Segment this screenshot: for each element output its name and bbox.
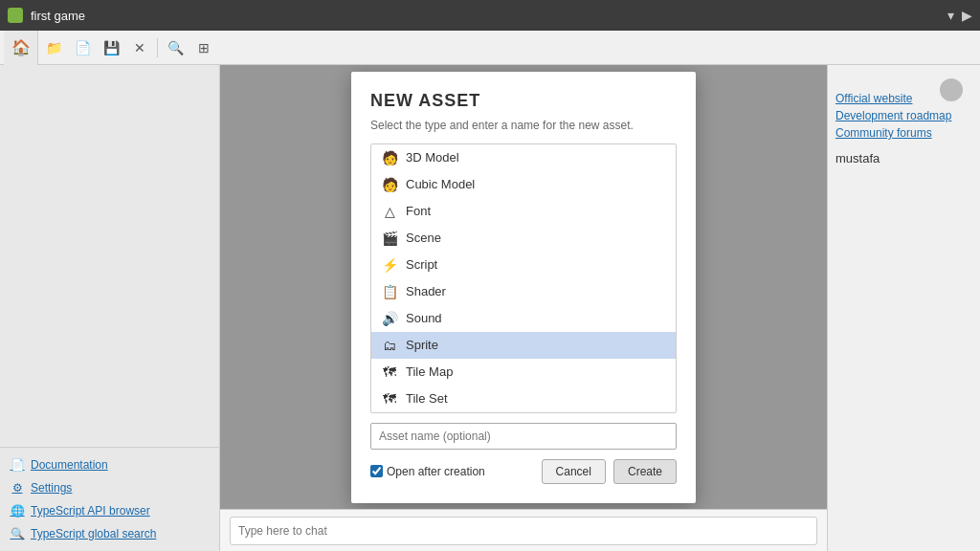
sidebar-link-documentation[interactable]: 📄 Documentation	[0, 453, 219, 476]
toolbar: 🏠 📁 📄 💾 ✕ 🔍 ⊞	[0, 31, 980, 65]
ts-api-browser-label: TypeScript API browser	[31, 504, 150, 518]
right-link-community-forums[interactable]: Community forums	[835, 126, 972, 140]
sprite-icon: 🗂	[381, 337, 398, 354]
new-folder-button[interactable]: 📁	[40, 34, 67, 61]
sidebar-content	[0, 65, 219, 447]
window-title: first game	[31, 9, 940, 23]
center-panel: NEW ASSET Select the type and enter a na…	[220, 65, 827, 551]
save-button[interactable]: 💾	[98, 34, 124, 61]
sidebar-link-settings[interactable]: ⚙ Settings	[0, 476, 219, 499]
tile-set-icon: 🗺	[381, 390, 398, 408]
3d-model-label: 3D Model	[406, 150, 459, 165]
avatar	[940, 78, 963, 101]
sprite-label: Sprite	[406, 338, 438, 352]
center-main: NEW ASSET Select the type and enter a na…	[220, 65, 827, 509]
3d-model-icon: 🧑	[381, 149, 398, 166]
asset-list: 🧑 3D Model🧑 Cubic Model△ Font🎬 Scene⚡ Sc…	[370, 143, 677, 413]
scene-icon: 🎬	[381, 230, 398, 247]
script-icon: ⚡	[381, 256, 398, 274]
chat-input[interactable]	[230, 517, 817, 545]
sidebar-bottom: 📄 Documentation⚙ Settings🌐 TypeScript AP…	[0, 447, 219, 551]
sidebar: 📄 Documentation⚙ Settings🌐 TypeScript AP…	[0, 65, 220, 551]
script-label: Script	[406, 257, 437, 272]
filter-button[interactable]: ⊞	[190, 34, 217, 61]
open-after-creation-checkbox[interactable]	[370, 465, 383, 477]
asset-item-script[interactable]: ⚡ Script	[371, 252, 676, 278]
modal-title: NEW ASSET	[370, 91, 677, 111]
tile-map-icon: 🗺	[381, 364, 398, 381]
dropdown-btn[interactable]: ▾	[947, 8, 954, 23]
toolbar-separator	[157, 38, 158, 57]
settings-label: Settings	[31, 481, 72, 495]
tile-map-label: Tile Map	[406, 364, 453, 379]
new-file-button[interactable]: 📄	[69, 34, 96, 61]
asset-item-sprite[interactable]: 🗂 Sprite	[371, 332, 676, 359]
ts-api-browser-icon: 🌐	[10, 503, 25, 518]
sound-label: Sound	[406, 311, 442, 325]
right-panel: Official websiteDevelopment roadmapCommu…	[827, 65, 980, 551]
asset-item-font[interactable]: △ Font	[371, 198, 676, 225]
documentation-icon: 📄	[10, 457, 25, 473]
open-after-creation-label[interactable]: Open after creation	[370, 465, 534, 478]
main-layout: 📄 Documentation⚙ Settings🌐 TypeScript AP…	[0, 65, 980, 551]
modal-overlay: NEW ASSET Select the type and enter a na…	[220, 65, 827, 509]
play-btn[interactable]: ▶	[962, 8, 972, 23]
scene-label: Scene	[406, 231, 441, 245]
search-button[interactable]: 🔍	[162, 34, 189, 61]
sidebar-link-ts-api-browser[interactable]: 🌐 TypeScript API browser	[0, 499, 219, 522]
documentation-label: Documentation	[31, 458, 108, 472]
font-label: Font	[406, 204, 431, 218]
tile-set-label: Tile Set	[406, 391, 448, 406]
title-controls: ▾ ▶	[947, 8, 972, 23]
asset-item-3d-model[interactable]: 🧑 3D Model	[371, 144, 676, 171]
shader-icon: 📋	[381, 283, 398, 300]
asset-item-shader[interactable]: 📋 Shader	[371, 278, 676, 305]
ts-global-search-label: TypeScript global search	[31, 527, 156, 540]
cancel-button[interactable]: Cancel	[542, 459, 606, 484]
font-icon: △	[381, 203, 398, 220]
ts-global-search-icon: 🔍	[10, 526, 25, 541]
asset-item-cubic-model[interactable]: 🧑 Cubic Model	[371, 171, 676, 198]
title-bar: first game ▾ ▶	[0, 0, 980, 31]
cubic-model-icon: 🧑	[381, 176, 398, 193]
home-button[interactable]: 🏠	[4, 31, 38, 65]
sidebar-link-ts-global-search[interactable]: 🔍 TypeScript global search	[0, 522, 219, 545]
create-button[interactable]: Create	[613, 459, 677, 484]
shader-label: Shader	[406, 284, 446, 298]
username-label: mustafa	[835, 151, 972, 165]
asset-item-tile-map[interactable]: 🗺 Tile Map	[371, 359, 676, 386]
right-link-dev-roadmap[interactable]: Development roadmap	[835, 109, 972, 122]
asset-item-sound[interactable]: 🔊 Sound	[371, 305, 676, 332]
new-asset-modal: NEW ASSET Select the type and enter a na…	[351, 72, 696, 503]
cubic-model-label: Cubic Model	[406, 177, 475, 191]
modal-footer: Open after creation Cancel Create	[370, 459, 677, 484]
sound-icon: 🔊	[381, 310, 398, 327]
asset-item-tile-set[interactable]: 🗺 Tile Set	[371, 386, 676, 412]
modal-subtitle: Select the type and enter a name for the…	[370, 119, 677, 132]
app-icon	[8, 8, 23, 23]
chat-bar	[220, 509, 827, 551]
asset-name-input[interactable]	[370, 423, 677, 450]
settings-icon: ⚙	[10, 480, 25, 496]
asset-item-scene[interactable]: 🎬 Scene	[371, 225, 676, 252]
delete-button[interactable]: ✕	[126, 34, 153, 61]
